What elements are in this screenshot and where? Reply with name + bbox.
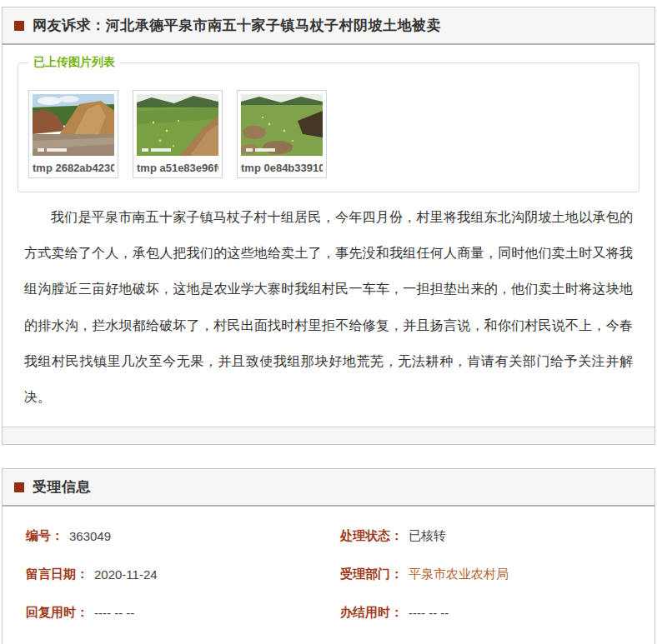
acceptance-title: 受理信息 <box>33 477 91 497</box>
acceptance-panel: 受理信息 编号： 363049 处理状态： 已核转 留言日期： 2020-11-… <box>2 468 655 644</box>
grass-field-path-photo <box>137 94 218 156</box>
photo-watermark <box>38 148 67 152</box>
uploaded-images-legend: 已上传图片列表 <box>28 55 120 70</box>
field-label: 留言日期： <box>26 567 88 582</box>
acceptance-panel-header: 受理信息 <box>3 469 654 507</box>
complaint-panel-body: 已上传图片列表 <box>3 45 654 427</box>
excavated-hillside-photo <box>33 94 114 156</box>
complaint-title: 网友诉求：河北承德平泉市南五十家子镇马杖子村阴坡土地被卖 <box>33 16 441 35</box>
field-label: 受理部门： <box>340 567 403 582</box>
photo-watermark <box>246 148 275 152</box>
record-number-value: 363049 <box>69 529 111 543</box>
thumbnail-filename: tmp 2682ab4230 <box>33 162 114 174</box>
field-completion-time: 办结用时： ---- -- -- <box>340 593 654 632</box>
field-label: 处理状态： <box>340 528 403 544</box>
field-label: 回复用时： <box>26 605 88 621</box>
thumbnail-filename: tmp a51e83e96f6 <box>137 162 218 174</box>
field-label: 编号： <box>26 528 63 544</box>
processing-status-value: 已核转 <box>409 528 446 544</box>
message-date-value: 2020-11-24 <box>94 567 158 582</box>
complaint-panel-footer <box>3 427 654 444</box>
field-accepting-department: 受理部门： 平泉市农业农村局 <box>340 555 654 593</box>
thumbnail-grass-field-path[interactable]: tmp a51e83e96f6 <box>133 90 223 178</box>
reply-time-value: ---- -- -- <box>94 606 134 620</box>
overgrown-field-photo <box>241 94 323 156</box>
field-reply-time: 回复用时： ---- -- -- <box>26 593 340 632</box>
thumbnail-filename: tmp 0e84b33910 <box>241 162 323 174</box>
field-processing-status: 处理状态： 已核转 <box>340 517 654 555</box>
complaint-panel-header: 网友诉求：河北承德平泉市南五十家子镇马杖子村阴坡土地被卖 <box>3 7 654 45</box>
photo-watermark <box>142 148 171 152</box>
complaint-body-text: 我们是平泉市南五十家子镇马杖子村十组居民，今年四月份，村里将我组东北沟阴坡土地以… <box>18 192 639 427</box>
petition-detail-page: 网友诉求：河北承德平泉市南五十家子镇马杖子村阴坡土地被卖 已上传图片列表 <box>0 0 657 644</box>
complaint-panel: 网友诉求：河北承德平泉市南五十家子镇马杖子村阴坡土地被卖 已上传图片列表 <box>2 7 655 445</box>
thumbnail-list: tmp 2682ab4230 <box>27 77 632 180</box>
acceptance-fields: 编号： 363049 处理状态： 已核转 留言日期： 2020-11-24 受理… <box>3 507 654 644</box>
completion-time-value: ---- -- -- <box>409 606 449 620</box>
section-bullet-icon <box>14 21 24 31</box>
thumbnail-overgrown-field[interactable]: tmp 0e84b33910 <box>237 90 327 178</box>
accepting-department-value: 平泉市农业农村局 <box>409 567 509 582</box>
section-bullet-icon <box>14 482 24 492</box>
thumbnail-excavated-hillside[interactable]: tmp 2682ab4230 <box>28 90 118 178</box>
field-message-date: 留言日期： 2020-11-24 <box>26 555 340 593</box>
field-record-number: 编号： 363049 <box>26 517 340 555</box>
field-label: 办结用时： <box>340 605 403 621</box>
uploaded-images-fieldset: 已上传图片列表 <box>18 55 639 192</box>
